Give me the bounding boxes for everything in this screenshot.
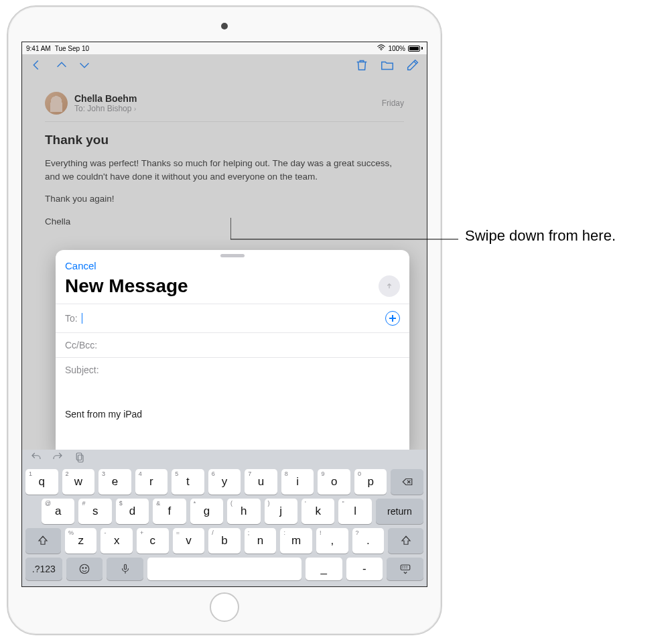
- key-k[interactable]: 'k: [301, 499, 334, 524]
- mail-toolbar: [22, 54, 427, 78]
- back-icon[interactable]: [29, 58, 44, 75]
- delete-key[interactable]: [391, 469, 423, 495]
- key-d[interactable]: $d: [116, 499, 149, 524]
- key-l[interactable]: "l: [338, 499, 371, 524]
- status-bar: 9:41 AM Tue Sep 10 100%: [22, 42, 427, 54]
- compose-title: New Message: [65, 275, 379, 297]
- emoji-key[interactable]: [66, 558, 103, 580]
- cc-bcc-label: Cc/Bcc:: [65, 340, 97, 350]
- svg-point-6: [86, 568, 87, 569]
- key-e[interactable]: 3e: [98, 469, 131, 495]
- key-.[interactable]: ?.: [352, 528, 385, 554]
- home-button[interactable]: [210, 592, 239, 622]
- key-y[interactable]: 6y: [208, 469, 241, 495]
- key-s[interactable]: #s: [78, 499, 111, 524]
- subject-field[interactable]: Subject:: [56, 357, 409, 382]
- return-key[interactable]: return: [376, 499, 423, 524]
- shift-key[interactable]: [388, 528, 423, 554]
- key-v[interactable]: =v: [173, 528, 205, 554]
- email-signature: Sent from my iPad: [65, 409, 400, 420]
- trash-icon[interactable]: [354, 58, 369, 75]
- key-,[interactable]: !,: [316, 528, 348, 554]
- key-q[interactable]: 1q: [25, 469, 58, 495]
- key-z[interactable]: %z: [65, 528, 97, 554]
- body-signature: Chella: [45, 215, 393, 229]
- key-i[interactable]: 8i: [281, 469, 314, 495]
- key-x[interactable]: -x: [100, 528, 133, 554]
- key-c[interactable]: +c: [137, 528, 169, 554]
- chevron-right-icon: ›: [134, 105, 137, 113]
- key-j[interactable]: )j: [265, 499, 297, 524]
- battery-percent: 100%: [388, 45, 405, 52]
- mail-message-card: Chella Boehm To: John Bishop › Friday Th…: [33, 84, 416, 253]
- key-g[interactable]: *g: [190, 499, 223, 524]
- svg-rect-8: [401, 565, 410, 570]
- svg-rect-3: [78, 455, 84, 462]
- subject-label: Subject:: [65, 365, 99, 375]
- key-m[interactable]: :m: [280, 528, 312, 554]
- message-subject: Thank you: [45, 133, 404, 147]
- svg-point-5: [82, 568, 84, 569]
- annotation-text: Swipe down from here.: [465, 227, 616, 245]
- key-t[interactable]: 5t: [172, 469, 204, 495]
- key-w[interactable]: 2w: [62, 469, 95, 495]
- keyboard-accessory-bar: [22, 450, 427, 467]
- to-label: To:: [74, 104, 85, 113]
- compose-icon[interactable]: [405, 58, 420, 75]
- space-key[interactable]: [147, 558, 301, 580]
- compose-body[interactable]: Sent from my iPad: [56, 382, 409, 450]
- folder-icon[interactable]: [380, 58, 395, 75]
- text-cursor: [82, 313, 83, 324]
- avatar[interactable]: [45, 92, 68, 115]
- key-o[interactable]: 9o: [318, 469, 350, 495]
- to-field[interactable]: To:: [56, 304, 409, 332]
- previous-message-icon[interactable]: [54, 58, 69, 75]
- ipad-device-frame: 9:41 AM Tue Sep 10 100%: [7, 5, 442, 635]
- svg-rect-2: [76, 453, 82, 460]
- key-p[interactable]: 0p: [354, 469, 387, 495]
- to-recipient: John Bishop: [87, 104, 131, 113]
- sheet-grabber[interactable]: [220, 254, 245, 257]
- undo-icon[interactable]: [30, 451, 42, 466]
- send-button[interactable]: [379, 275, 400, 297]
- message-body: Everything was perfect! Thanks so much f…: [45, 157, 393, 228]
- redo-icon[interactable]: [52, 451, 64, 466]
- body-paragraph: Everything was perfect! Thanks so much f…: [45, 157, 393, 183]
- screen: 9:41 AM Tue Sep 10 100%: [21, 42, 427, 587]
- svg-rect-7: [124, 564, 126, 570]
- key-a[interactable]: @a: [42, 499, 74, 524]
- status-time: 9:41 AM: [26, 45, 51, 52]
- keyboard: 1q2w3e4r5t6y7u8i9o0p @a#s$d&f*g(h)j'k"l …: [22, 450, 427, 586]
- paste-icon[interactable]: [73, 451, 85, 466]
- add-contact-icon[interactable]: [385, 311, 400, 326]
- wifi-icon: [377, 44, 385, 52]
- key-b[interactable]: /b: [208, 528, 241, 554]
- cc-bcc-field[interactable]: Cc/Bcc:: [56, 332, 409, 357]
- body-paragraph: Thank you again!: [45, 192, 393, 206]
- underscore-key[interactable]: _: [306, 558, 342, 580]
- key-h[interactable]: (h: [227, 499, 260, 524]
- status-date: Tue Sep 10: [55, 45, 89, 52]
- compose-sheet: Cancel New Message To: Cc/Bcc: Subject:: [56, 250, 409, 450]
- cancel-button[interactable]: Cancel: [65, 260, 96, 271]
- key-n[interactable]: ;n: [245, 528, 277, 554]
- key-f[interactable]: &f: [153, 499, 186, 524]
- dash-key[interactable]: -: [346, 558, 383, 580]
- dismiss-keyboard-key[interactable]: [387, 558, 423, 580]
- front-camera: [221, 23, 228, 29]
- numbers-key[interactable]: .?123: [25, 558, 62, 580]
- key-u[interactable]: 7u: [245, 469, 277, 495]
- svg-point-4: [80, 564, 89, 574]
- svg-point-0: [381, 50, 383, 51]
- dictation-key[interactable]: [107, 558, 143, 580]
- battery-icon: [408, 46, 423, 52]
- from-name[interactable]: Chella Boehm: [74, 93, 375, 104]
- to-line[interactable]: To: John Bishop ›: [74, 104, 375, 113]
- next-message-icon[interactable]: [77, 58, 92, 75]
- message-date: Friday: [382, 99, 404, 108]
- shift-key[interactable]: [25, 528, 61, 554]
- key-r[interactable]: 4r: [135, 469, 168, 495]
- to-field-label: To:: [65, 313, 78, 324]
